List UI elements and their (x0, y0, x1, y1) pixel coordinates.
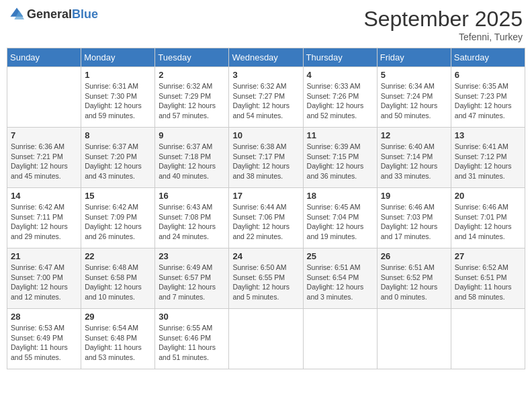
day-info: Sunrise: 6:51 AM Sunset: 6:54 PM Dayligh… (307, 263, 373, 302)
day-info: Sunrise: 6:49 AM Sunset: 6:57 PM Dayligh… (159, 263, 225, 302)
calendar-cell: 30Sunrise: 6:55 AM Sunset: 6:46 PM Dayli… (155, 309, 229, 369)
day-info: Sunrise: 6:34 AM Sunset: 7:24 PM Dayligh… (381, 81, 447, 121)
calendar-cell: 24Sunrise: 6:50 AM Sunset: 6:55 PM Dayli… (229, 248, 303, 309)
calendar-cell: 4Sunrise: 6:33 AM Sunset: 7:26 PM Daylig… (303, 67, 377, 128)
day-number: 28 (11, 312, 77, 322)
day-info: Sunrise: 6:33 AM Sunset: 7:26 PM Dayligh… (307, 81, 373, 121)
week-row-4: 21Sunrise: 6:47 AM Sunset: 7:00 PM Dayli… (7, 248, 525, 309)
day-number: 2 (159, 70, 225, 80)
calendar-cell: 8Sunrise: 6:37 AM Sunset: 7:20 PM Daylig… (81, 128, 155, 188)
calendar-cell: 22Sunrise: 6:48 AM Sunset: 6:58 PM Dayli… (81, 248, 155, 309)
calendar-cell: 9Sunrise: 6:37 AM Sunset: 7:18 PM Daylig… (155, 128, 229, 188)
calendar-cell (451, 309, 525, 369)
weekday-header-wednesday: Wednesday (229, 48, 303, 67)
day-info: Sunrise: 6:46 AM Sunset: 7:01 PM Dayligh… (455, 202, 521, 242)
calendar-cell: 15Sunrise: 6:42 AM Sunset: 7:09 PM Dayli… (81, 188, 155, 248)
calendar-cell: 18Sunrise: 6:45 AM Sunset: 7:04 PM Dayli… (303, 188, 377, 248)
day-number: 11 (307, 130, 373, 140)
calendar-cell: 7Sunrise: 6:36 AM Sunset: 7:21 PM Daylig… (7, 128, 81, 188)
logo-icon (9, 7, 24, 21)
day-number: 10 (232, 130, 299, 140)
day-info: Sunrise: 6:31 AM Sunset: 7:30 PM Dayligh… (85, 81, 151, 121)
weekday-header-row: SundayMondayTuesdayWednesdayThursdayFrid… (7, 48, 525, 67)
day-info: Sunrise: 6:54 AM Sunset: 6:48 PM Dayligh… (85, 323, 151, 363)
day-info: Sunrise: 6:44 AM Sunset: 7:06 PM Dayligh… (232, 202, 299, 242)
calendar-cell: 3Sunrise: 6:32 AM Sunset: 7:27 PM Daylig… (229, 67, 303, 128)
calendar-cell: 21Sunrise: 6:47 AM Sunset: 7:00 PM Dayli… (7, 248, 81, 309)
day-number: 20 (455, 191, 521, 201)
calendar-cell: 19Sunrise: 6:46 AM Sunset: 7:03 PM Dayli… (377, 188, 451, 248)
day-number: 25 (307, 251, 373, 261)
day-info: Sunrise: 6:37 AM Sunset: 7:20 PM Dayligh… (85, 142, 151, 181)
day-info: Sunrise: 6:53 AM Sunset: 6:49 PM Dayligh… (11, 323, 77, 363)
day-info: Sunrise: 6:42 AM Sunset: 7:09 PM Dayligh… (85, 202, 151, 242)
day-number: 12 (381, 130, 447, 140)
day-info: Sunrise: 6:39 AM Sunset: 7:15 PM Dayligh… (307, 142, 373, 181)
calendar-cell: 25Sunrise: 6:51 AM Sunset: 6:54 PM Dayli… (303, 248, 377, 309)
day-info: Sunrise: 6:41 AM Sunset: 7:12 PM Dayligh… (455, 142, 521, 181)
day-number: 19 (381, 191, 447, 201)
calendar-cell: 5Sunrise: 6:34 AM Sunset: 7:24 PM Daylig… (377, 67, 451, 128)
day-number: 13 (455, 130, 521, 140)
calendar-cell: 10Sunrise: 6:38 AM Sunset: 7:17 PM Dayli… (229, 128, 303, 188)
day-info: Sunrise: 6:43 AM Sunset: 7:08 PM Dayligh… (159, 202, 225, 242)
calendar-cell: 16Sunrise: 6:43 AM Sunset: 7:08 PM Dayli… (155, 188, 229, 248)
day-number: 1 (85, 70, 151, 80)
day-info: Sunrise: 6:52 AM Sunset: 6:51 PM Dayligh… (455, 263, 521, 302)
calendar-cell: 20Sunrise: 6:46 AM Sunset: 7:01 PM Dayli… (451, 188, 525, 248)
day-number: 24 (232, 251, 299, 261)
day-number: 4 (307, 70, 373, 80)
calendar-cell: 26Sunrise: 6:51 AM Sunset: 6:52 PM Dayli… (377, 248, 451, 309)
day-number: 14 (11, 191, 77, 201)
day-number: 7 (11, 130, 77, 140)
week-row-1: 1Sunrise: 6:31 AM Sunset: 7:30 PM Daylig… (7, 67, 525, 128)
calendar-cell (229, 309, 303, 369)
calendar-cell: 23Sunrise: 6:49 AM Sunset: 6:57 PM Dayli… (155, 248, 229, 309)
logo-general: General (27, 7, 72, 21)
day-number: 21 (11, 251, 77, 261)
logo: GeneralBlue (9, 7, 98, 21)
calendar-cell: 29Sunrise: 6:54 AM Sunset: 6:48 PM Dayli… (81, 309, 155, 369)
day-info: Sunrise: 6:47 AM Sunset: 7:00 PM Dayligh… (11, 263, 77, 302)
day-number: 26 (381, 251, 447, 261)
calendar-cell (377, 309, 451, 369)
calendar-cell: 27Sunrise: 6:52 AM Sunset: 6:51 PM Dayli… (451, 248, 525, 309)
location-title: Tefenni, Turkey (363, 32, 523, 42)
calendar-table: SundayMondayTuesdayWednesdayThursdayFrid… (7, 48, 525, 369)
calendar-cell: 28Sunrise: 6:53 AM Sunset: 6:49 PM Dayli… (7, 309, 81, 369)
calendar-cell: 6Sunrise: 6:35 AM Sunset: 7:23 PM Daylig… (451, 67, 525, 128)
weekday-header-friday: Friday (377, 48, 451, 67)
day-number: 5 (381, 70, 447, 80)
day-number: 3 (232, 70, 299, 80)
calendar-cell: 14Sunrise: 6:42 AM Sunset: 7:11 PM Dayli… (7, 188, 81, 248)
day-info: Sunrise: 6:51 AM Sunset: 6:52 PM Dayligh… (381, 263, 447, 302)
day-number: 9 (159, 130, 225, 140)
logo-blue: Blue (72, 7, 98, 21)
day-info: Sunrise: 6:46 AM Sunset: 7:03 PM Dayligh… (381, 202, 447, 242)
weekday-header-sunday: Sunday (7, 48, 81, 67)
day-info: Sunrise: 6:32 AM Sunset: 7:29 PM Dayligh… (159, 81, 225, 121)
weekday-header-saturday: Saturday (451, 48, 525, 67)
day-number: 18 (307, 191, 373, 201)
day-number: 8 (85, 130, 151, 140)
day-info: Sunrise: 6:55 AM Sunset: 6:46 PM Dayligh… (159, 323, 225, 363)
day-info: Sunrise: 6:50 AM Sunset: 6:55 PM Dayligh… (232, 263, 299, 302)
calendar-cell: 12Sunrise: 6:40 AM Sunset: 7:14 PM Dayli… (377, 128, 451, 188)
calendar-cell (303, 309, 377, 369)
calendar-cell: 2Sunrise: 6:32 AM Sunset: 7:29 PM Daylig… (155, 67, 229, 128)
day-number: 23 (159, 251, 225, 261)
day-info: Sunrise: 6:38 AM Sunset: 7:17 PM Dayligh… (232, 142, 299, 181)
day-info: Sunrise: 6:35 AM Sunset: 7:23 PM Dayligh… (455, 81, 521, 121)
calendar-cell: 11Sunrise: 6:39 AM Sunset: 7:15 PM Dayli… (303, 128, 377, 188)
weekday-header-tuesday: Tuesday (155, 48, 229, 67)
page-header: GeneralBlue September 2025 Tefenni, Turk… (7, 7, 525, 42)
weekday-header-monday: Monday (81, 48, 155, 67)
week-row-2: 7Sunrise: 6:36 AM Sunset: 7:21 PM Daylig… (7, 128, 525, 188)
day-number: 16 (159, 191, 225, 201)
day-info: Sunrise: 6:42 AM Sunset: 7:11 PM Dayligh… (11, 202, 77, 242)
weekday-header-thursday: Thursday (303, 48, 377, 67)
day-number: 17 (232, 191, 299, 201)
day-number: 22 (85, 251, 151, 261)
calendar-cell: 13Sunrise: 6:41 AM Sunset: 7:12 PM Dayli… (451, 128, 525, 188)
day-info: Sunrise: 6:45 AM Sunset: 7:04 PM Dayligh… (307, 202, 373, 242)
